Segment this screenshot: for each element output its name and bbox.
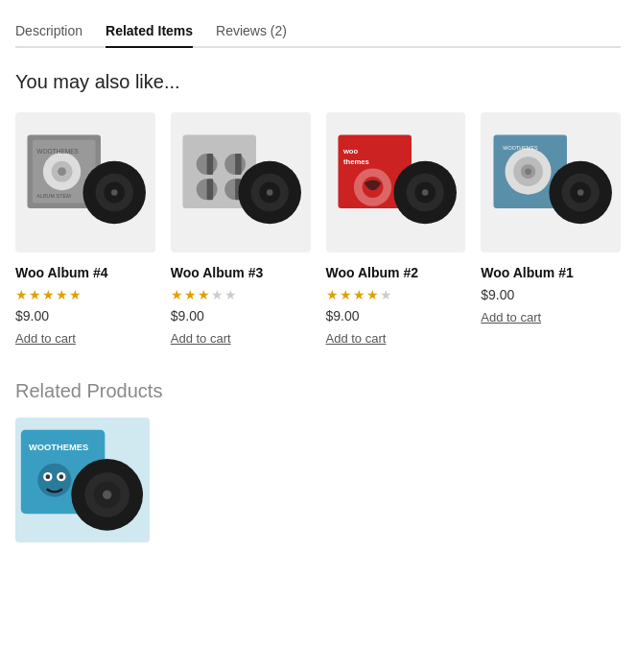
star-filled: ★ (171, 287, 183, 302)
star-empty: ★ (380, 287, 392, 302)
star-filled: ★ (29, 287, 41, 302)
star-empty: ★ (211, 287, 224, 302)
svg-point-37 (525, 169, 531, 176)
svg-rect-13 (207, 154, 214, 175)
tab-related-items[interactable]: Related Items (106, 15, 193, 48)
product-image-album1: WOOTHEMES (481, 112, 621, 252)
star-filled: ★ (69, 287, 82, 302)
svg-text:ALBUM STEM: ALBUM STEM (37, 193, 72, 199)
star-filled: ★ (198, 287, 210, 302)
product-card: woo themes Woo Album #2★★★★★$9.00Add to … (326, 112, 466, 346)
product-image-album2: woo themes (326, 112, 466, 252)
svg-point-4 (58, 168, 66, 177)
star-filled: ★ (366, 287, 379, 302)
product-image-album3 (171, 112, 311, 252)
product-name: Woo Album #3 (171, 264, 311, 281)
add-to-cart-button[interactable]: Add to cart (15, 331, 155, 346)
star-filled: ★ (15, 287, 28, 302)
related-products-heading: Related Products (15, 380, 621, 402)
product-image-album4: WOOTHEMES ALBUM STEM (15, 112, 155, 252)
related-product-card: WOOTHEMES (15, 418, 150, 542)
svg-point-53 (59, 474, 64, 479)
svg-point-42 (577, 190, 583, 197)
svg-point-48 (103, 490, 111, 498)
product-name: Woo Album #1 (481, 264, 621, 281)
you-may-also-like-heading: You may also like... (15, 71, 621, 93)
product-name: Woo Album #4 (15, 264, 155, 281)
star-filled: ★ (56, 287, 68, 302)
product-rating: ★★★★★ (326, 287, 466, 302)
svg-rect-17 (207, 180, 214, 201)
svg-text:woo: woo (342, 147, 359, 156)
product-rating: ★★★★★ (15, 287, 155, 302)
you-may-also-like-section: You may also like... WOOTHEMES ALBUM STE… (15, 71, 621, 346)
product-card: Woo Album #3★★★★★$9.00Add to cart (171, 112, 311, 346)
related-products-section: Related Products WOOTHEMES (15, 380, 621, 542)
product-price: $9.00 (171, 308, 311, 324)
related-product-image: WOOTHEMES (15, 418, 150, 542)
star-filled: ★ (353, 287, 365, 302)
add-to-cart-button[interactable]: Add to cart (481, 310, 621, 324)
svg-point-23 (267, 190, 273, 197)
svg-point-10 (111, 190, 118, 197)
star-filled: ★ (184, 287, 197, 302)
product-price: $9.00 (481, 287, 621, 302)
svg-text:WOOTHEMES: WOOTHEMES (29, 442, 88, 451)
tab-reviews[interactable]: Reviews (2) (216, 15, 287, 48)
svg-text:themes: themes (343, 157, 369, 166)
product-price: $9.00 (15, 308, 155, 324)
tab-description[interactable]: Description (15, 15, 82, 48)
add-to-cart-button[interactable]: Add to cart (171, 331, 311, 346)
star-empty: ★ (224, 287, 237, 302)
tabs-nav: DescriptionRelated ItemsReviews (2) (15, 15, 621, 48)
svg-point-52 (46, 474, 51, 479)
star-filled: ★ (326, 287, 339, 302)
star-filled: ★ (340, 287, 352, 302)
add-to-cart-button[interactable]: Add to cart (326, 331, 466, 346)
product-card: WOOTHEMES ALBUM STEM Woo Album #4★★★★★$9… (15, 112, 155, 346)
product-price: $9.00 (326, 308, 466, 324)
svg-text:WOOTHEMES: WOOTHEMES (503, 145, 538, 151)
product-rating: ★★★★★ (171, 287, 311, 302)
svg-point-14 (224, 154, 246, 175)
product-grid: WOOTHEMES ALBUM STEM Woo Album #4★★★★★$9… (15, 112, 621, 346)
product-name: Woo Album #2 (326, 264, 466, 281)
product-card: WOOTHEMES Woo Album #1$9.00Add to cart (481, 112, 621, 346)
svg-text:WOOTHEMES: WOOTHEMES (37, 148, 80, 155)
svg-point-32 (422, 190, 429, 197)
svg-rect-15 (235, 154, 242, 175)
star-filled: ★ (42, 287, 55, 302)
